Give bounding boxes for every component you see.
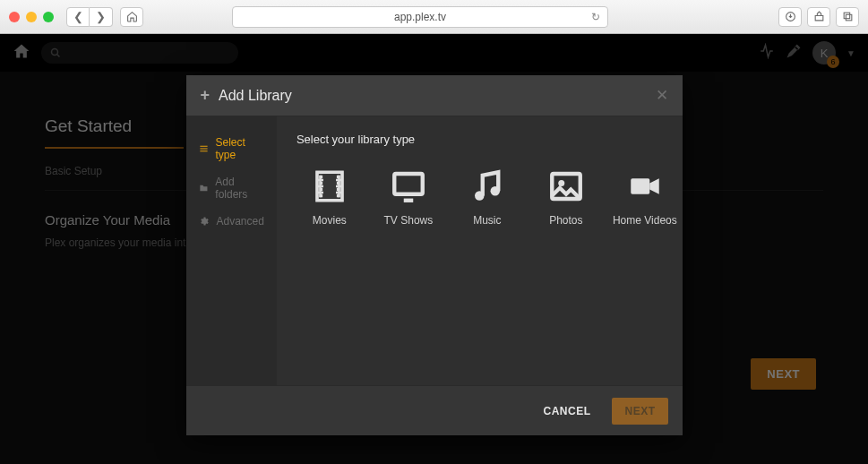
step-label: Add folders bbox=[215, 176, 264, 201]
modal-prompt: Select your library type bbox=[296, 133, 678, 146]
type-label: Music bbox=[473, 214, 501, 227]
modal-footer: CANCEL NEXT bbox=[186, 385, 683, 435]
svg-rect-19 bbox=[631, 178, 649, 194]
modal-overlay: + Add Library ✕ Select type Add folders bbox=[0, 34, 868, 464]
browser-chrome: ❮ ❯ app.plex.tv ↻ bbox=[0, 0, 868, 34]
app-root: K 6 ▼ Get Started Basic Setup Organize Y… bbox=[0, 34, 868, 464]
add-library-modal: + Add Library ✕ Select type Add folders bbox=[186, 75, 683, 435]
type-home-videos[interactable]: Home Videos bbox=[612, 168, 678, 227]
svg-rect-1 bbox=[844, 13, 850, 19]
svg-rect-10 bbox=[337, 176, 340, 179]
home-button[interactable] bbox=[120, 7, 143, 27]
plus-icon: + bbox=[201, 86, 211, 105]
svg-rect-2 bbox=[846, 14, 852, 20]
svg-rect-12 bbox=[337, 188, 340, 192]
svg-point-15 bbox=[475, 191, 485, 201]
close-window-dot[interactable] bbox=[9, 12, 20, 22]
zoom-window-dot[interactable] bbox=[43, 12, 54, 22]
type-tv-shows[interactable]: TV Shows bbox=[375, 168, 442, 227]
back-button[interactable]: ❮ bbox=[66, 7, 90, 27]
type-movies[interactable]: Movies bbox=[296, 168, 363, 227]
step-label: Select type bbox=[215, 136, 263, 161]
nav-back-forward: ❮ ❯ bbox=[66, 7, 113, 27]
type-label: TV Shows bbox=[384, 214, 434, 227]
share-button[interactable] bbox=[807, 7, 830, 27]
type-label: Movies bbox=[313, 214, 347, 227]
step-add-folders[interactable]: Add folders bbox=[186, 168, 277, 208]
url-bar[interactable]: app.plex.tv ↻ bbox=[232, 6, 608, 28]
minimize-window-dot[interactable] bbox=[26, 12, 37, 22]
svg-rect-9 bbox=[320, 194, 323, 198]
svg-rect-8 bbox=[320, 188, 323, 192]
forward-button[interactable]: ❯ bbox=[90, 7, 113, 27]
url-text: app.plex.tv bbox=[394, 11, 446, 23]
type-photos[interactable]: Photos bbox=[533, 168, 599, 227]
svg-rect-14 bbox=[394, 174, 423, 194]
modal-main: Select your library type Movies TV Shows bbox=[277, 116, 698, 385]
svg-rect-7 bbox=[320, 182, 323, 185]
step-label: Advanced bbox=[217, 215, 264, 228]
download-button[interactable] bbox=[778, 7, 802, 27]
modal-header: + Add Library ✕ bbox=[186, 75, 683, 116]
step-advanced[interactable]: Advanced bbox=[186, 208, 277, 235]
type-music[interactable]: Music bbox=[454, 168, 520, 227]
type-label: Home Videos bbox=[613, 214, 677, 227]
step-select-type[interactable]: Select type bbox=[186, 129, 277, 168]
reload-icon[interactable]: ↻ bbox=[591, 11, 600, 23]
window-controls bbox=[9, 12, 54, 22]
library-type-row: Movies TV Shows Music Photos bbox=[296, 168, 678, 227]
svg-rect-6 bbox=[320, 176, 323, 179]
svg-rect-13 bbox=[337, 194, 340, 198]
svg-rect-11 bbox=[337, 182, 340, 185]
svg-point-18 bbox=[558, 180, 564, 186]
svg-point-16 bbox=[490, 186, 500, 196]
modal-title: Add Library bbox=[219, 88, 292, 104]
close-icon[interactable]: ✕ bbox=[656, 86, 668, 105]
modal-steps: Select type Add folders Advanced bbox=[186, 116, 277, 385]
cancel-button[interactable]: CANCEL bbox=[530, 398, 603, 425]
modal-next-button[interactable]: NEXT bbox=[612, 398, 667, 425]
type-label: Photos bbox=[549, 214, 582, 227]
tabs-button[interactable] bbox=[836, 7, 859, 27]
